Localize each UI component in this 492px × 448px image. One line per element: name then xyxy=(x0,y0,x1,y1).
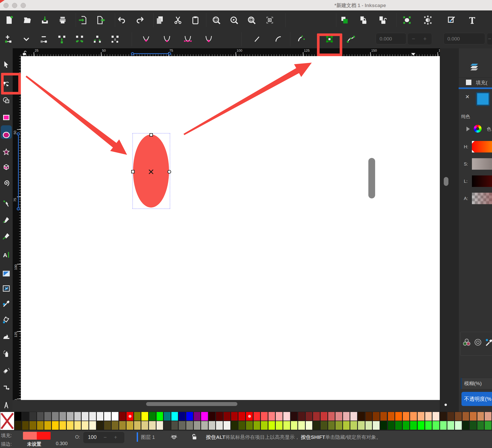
palette-swatch[interactable] xyxy=(432,421,440,430)
mesh-tool-tool-button[interactable] xyxy=(1,283,11,294)
y-stepper[interactable]: − xyxy=(487,33,492,45)
palette-swatch[interactable] xyxy=(67,421,74,430)
x-stepper[interactable]: −+ xyxy=(407,33,432,45)
palette-swatch[interactable] xyxy=(425,412,432,421)
palette-swatch[interactable] xyxy=(253,421,261,430)
palette-swatch[interactable] xyxy=(462,412,470,421)
palette-swatch[interactable] xyxy=(343,412,350,421)
delete-segment-icon[interactable] xyxy=(109,33,121,45)
palette-swatch[interactable] xyxy=(171,421,178,430)
palette-swatch[interactable] xyxy=(29,412,37,421)
object-opacity-field[interactable]: 100 − + xyxy=(83,432,125,444)
palette-swatch[interactable] xyxy=(37,412,44,421)
palette-swatch[interactable] xyxy=(365,412,373,421)
palette-swatch[interactable] xyxy=(119,421,126,430)
lock-object-icon[interactable] xyxy=(358,14,369,26)
zoom-window-button[interactable] xyxy=(21,3,26,8)
palette-swatch[interactable] xyxy=(171,412,178,421)
zoom-drawing-icon[interactable] xyxy=(228,14,240,26)
palette-swatch[interactable] xyxy=(81,421,89,430)
gradient-tool-tool-button[interactable] xyxy=(1,268,11,279)
palette-swatch[interactable] xyxy=(380,421,387,430)
palette-swatch[interactable] xyxy=(268,421,275,430)
hscrollbar-thumb[interactable] xyxy=(146,402,237,406)
undo-icon[interactable] xyxy=(116,14,127,26)
palette-swatch[interactable] xyxy=(164,421,171,430)
palette-swatch[interactable] xyxy=(455,421,462,430)
palette-swatch[interactable] xyxy=(89,421,96,430)
palette-swatch[interactable] xyxy=(52,421,59,430)
palette-swatch[interactable] xyxy=(283,412,290,421)
palette-swatch[interactable] xyxy=(328,421,335,430)
palette-swatch[interactable] xyxy=(59,421,67,430)
palette-swatch[interactable] xyxy=(380,412,387,421)
zoom-page-width-icon[interactable] xyxy=(264,14,275,26)
palette-swatch[interactable] xyxy=(328,412,335,421)
palette-swatch[interactable] xyxy=(59,412,67,421)
palette-swatch[interactable] xyxy=(291,421,298,430)
palette-swatch[interactable] xyxy=(462,421,470,430)
palette-swatch[interactable] xyxy=(97,412,104,421)
palette-swatch[interactable] xyxy=(231,412,238,421)
palette-swatch[interactable] xyxy=(178,421,186,430)
palette-swatch[interactable] xyxy=(261,412,268,421)
palette-swatch[interactable] xyxy=(440,421,447,430)
palette-swatch[interactable] xyxy=(81,412,89,421)
selector-tool-button[interactable] xyxy=(1,59,11,70)
text-dialog-icon[interactable] xyxy=(466,14,478,26)
left-node-handle[interactable] xyxy=(131,170,135,173)
hue-slider[interactable] xyxy=(472,141,492,152)
palette-swatch[interactable] xyxy=(470,421,477,430)
palette-swatch[interactable] xyxy=(67,412,74,421)
palette-swatch[interactable] xyxy=(134,421,141,430)
palette-swatch[interactable] xyxy=(313,412,320,421)
y-minus-button[interactable]: − xyxy=(487,36,492,42)
export-icon[interactable] xyxy=(95,14,106,26)
stroke-to-path-icon[interactable] xyxy=(345,33,357,45)
palette-swatch[interactable] xyxy=(335,412,343,421)
palette-swatch[interactable] xyxy=(231,421,238,430)
close-window-button[interactable] xyxy=(3,3,9,8)
rectangle-tool-tool-button[interactable] xyxy=(1,112,11,123)
palette-swatch[interactable] xyxy=(126,421,134,430)
print-icon[interactable] xyxy=(57,14,68,26)
palette-swatch[interactable] xyxy=(477,421,484,430)
palette-swatch[interactable] xyxy=(283,421,290,430)
palette-swatch[interactable] xyxy=(186,412,193,421)
palette-swatch[interactable] xyxy=(223,421,231,430)
palette-swatch[interactable] xyxy=(201,412,208,421)
corner-node-icon[interactable] xyxy=(140,33,152,45)
zoom-selection-icon[interactable] xyxy=(211,14,222,26)
palette-swatch[interactable] xyxy=(156,412,164,421)
layer-lock-icon[interactable] xyxy=(190,433,198,441)
palette-swatch[interactable] xyxy=(149,421,156,430)
palette-swatch[interactable] xyxy=(291,412,298,421)
open-icon[interactable] xyxy=(21,14,33,26)
eraser-tool-tool-button[interactable] xyxy=(1,366,11,376)
horizontal-ruler[interactable]: 25507510012515017 xyxy=(21,48,440,56)
palette-swatch[interactable] xyxy=(246,412,253,421)
palette-swatch[interactable] xyxy=(141,412,148,421)
tweak-tool-tool-button[interactable] xyxy=(1,331,11,341)
palette-swatch[interactable] xyxy=(223,412,231,421)
palette-swatch[interactable] xyxy=(208,421,216,430)
draw-dialog-icon[interactable] xyxy=(446,14,457,26)
palette-swatch[interactable] xyxy=(358,412,365,421)
rgb-circles-icon[interactable] xyxy=(462,338,471,347)
palette-swatch[interactable] xyxy=(373,421,380,430)
palette-swatch[interactable] xyxy=(350,412,357,421)
new-document-icon[interactable] xyxy=(3,14,15,26)
palette-swatch[interactable] xyxy=(246,421,253,430)
palette-swatch[interactable] xyxy=(44,412,51,421)
palette-swatch[interactable] xyxy=(201,421,208,430)
x-minus-button[interactable]: − xyxy=(408,36,419,42)
spiral-tool-tool-button[interactable] xyxy=(1,178,11,188)
blur-control[interactable]: 模糊(%) xyxy=(461,378,492,389)
saturation-slider[interactable] xyxy=(472,158,492,170)
palette-swatch[interactable] xyxy=(470,412,477,421)
cms-circle-icon[interactable] xyxy=(473,338,482,347)
palette-swatch[interactable] xyxy=(97,421,104,430)
palette-swatch[interactable] xyxy=(14,412,22,421)
text-tool-tool-button[interactable]: A xyxy=(1,250,11,260)
palette-swatch[interactable] xyxy=(14,421,22,430)
